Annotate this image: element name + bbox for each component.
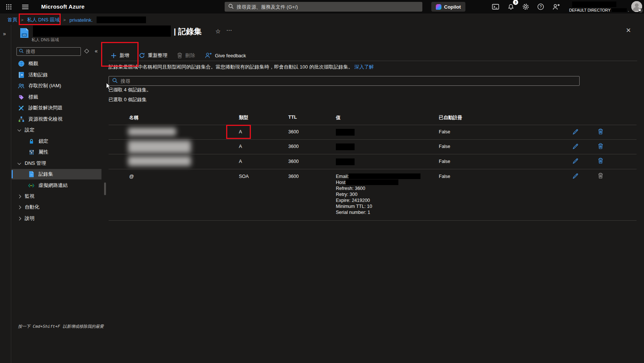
sidebar-item-activity-log[interactable]: 活動記錄	[12, 70, 101, 80]
help-icon[interactable]: ?	[535, 1, 546, 12]
command-bar: 新增 重新整理 刪除 Give feedback	[111, 50, 246, 61]
breadcrumb-home[interactable]: 首頁	[7, 16, 17, 23]
sidebar-item-resource-visualizer[interactable]: 資源視覺化檢視	[12, 114, 101, 124]
account-info[interactable]: DEFAULT DIRECTORY .	[569, 1, 629, 12]
cloud-shell-icon[interactable]	[490, 1, 501, 12]
plus-icon	[111, 53, 116, 58]
recordsets-icon: </>	[28, 171, 34, 178]
sidebar-group-monitoring[interactable]: 監視	[12, 191, 101, 202]
sidebar-group-label: 說明	[25, 215, 34, 222]
breadcrumb-zone[interactable]: privatelink.	[70, 17, 93, 23]
toolbar-divider	[109, 61, 637, 61]
sidebar-item-diagnose[interactable]: 診斷並解決問題	[12, 103, 101, 113]
row-separator	[109, 125, 637, 125]
soa-expire-line: Expire: 2419200	[336, 198, 372, 204]
delete-record-icon[interactable]	[598, 158, 604, 164]
sidebar-group-settings[interactable]: 設定	[12, 125, 101, 135]
sidebar-item-locks[interactable]: 鎖定	[12, 136, 101, 146]
overview-icon	[18, 61, 24, 67]
sidebar-sort-icon[interactable]	[84, 49, 89, 54]
fetched-count-text: 已擷取 4 個記錄集。	[109, 87, 151, 93]
sidebar-item-label: 資源視覺化檢視	[28, 116, 63, 122]
edit-record-icon[interactable]	[572, 143, 579, 150]
column-header-auto-registered[interactable]: 已自動註冊	[439, 115, 462, 121]
redacted-name-blur	[128, 140, 191, 153]
feedback-icon[interactable]	[550, 1, 562, 12]
sidebar-item-recordsets[interactable]: </> 記錄集	[12, 169, 101, 179]
delete-record-icon[interactable]	[598, 143, 604, 149]
sidebar-group-label: 設定	[25, 127, 34, 133]
sidebar-item-overview[interactable]: 概觀	[12, 58, 101, 69]
cell-name: @	[129, 174, 134, 179]
blade-description: 記錄集是區域中名稱相同且類型相同的記錄集合。當您捲動現有的記錄集時，即會自動以 …	[109, 64, 374, 70]
search-icon	[19, 49, 24, 54]
close-icon[interactable]: ×	[626, 26, 631, 34]
more-options-icon[interactable]: …	[226, 25, 233, 32]
soa-minttl-line: Minimum TTL: 10	[336, 204, 372, 210]
expand-panel-icon[interactable]: »	[3, 31, 6, 37]
lock-icon	[28, 138, 34, 145]
sidebar-item-tags[interactable]: 標籤	[12, 92, 101, 102]
value-redaction	[336, 158, 355, 165]
sidebar-item-properties[interactable]: 屬性	[12, 147, 101, 157]
refresh-button[interactable]: 重新整理	[139, 52, 167, 59]
avatar-lock-icon	[638, 8, 643, 13]
column-header-name[interactable]: 名稱	[129, 115, 139, 121]
feedback-button-label: Give feedback	[215, 53, 246, 58]
avatar[interactable]	[631, 1, 642, 12]
collapse-menu-icon[interactable]: «	[95, 48, 98, 54]
delete-button[interactable]: 刪除	[177, 52, 195, 59]
edit-record-icon[interactable]	[572, 129, 579, 135]
delete-record-icon[interactable]	[598, 128, 604, 135]
edit-record-icon[interactable]	[572, 173, 579, 179]
sidebar-search-input[interactable]	[26, 49, 78, 54]
breadcrumb-redaction	[97, 16, 146, 23]
give-feedback-button[interactable]: Give feedback	[205, 52, 246, 58]
breadcrumb-separator: >	[21, 18, 23, 22]
soa-serial-line: Serial number: 1	[336, 210, 372, 216]
feedback-person-icon	[205, 52, 212, 58]
favorite-star-icon[interactable]: ☆	[215, 28, 221, 35]
learn-more-link[interactable]: 深入了解	[355, 64, 374, 70]
notifications-bell-icon[interactable]: 3	[505, 1, 516, 12]
recordset-search-box[interactable]	[109, 76, 580, 86]
sidebar-item-access-control[interactable]: 存取控制 (IAM)	[12, 81, 101, 91]
add-record-button[interactable]: 新增	[111, 52, 129, 59]
sidebar-item-label: 活動記錄	[28, 72, 48, 78]
settings-gear-icon[interactable]	[520, 1, 531, 12]
sidebar-group-dns-management[interactable]: DNS 管理	[12, 158, 101, 169]
row-separator	[109, 139, 637, 140]
sidebar-group-automation[interactable]: 自動化	[12, 202, 101, 212]
sidebar-item-label: 標籤	[28, 94, 38, 100]
tags-icon	[18, 94, 24, 100]
copilot-icon	[436, 4, 441, 10]
directory-redaction	[612, 8, 627, 12]
page-title: | 記錄集	[174, 26, 202, 37]
global-search-bar[interactable]	[225, 2, 422, 12]
column-header-type[interactable]: 類型	[239, 115, 248, 121]
chevron-right-icon	[18, 217, 21, 220]
recordset-search-input[interactable]	[121, 78, 576, 84]
soa-retry-line: Retry: 300	[336, 192, 372, 198]
refresh-button-label: 重新整理	[148, 52, 167, 59]
global-search-input[interactable]	[237, 4, 419, 10]
copilot-button[interactable]: Copilot	[431, 2, 465, 12]
breadcrumb-private-dns-zones[interactable]: 私人 DNS 區域	[27, 16, 60, 23]
app-launcher-icon[interactable]	[3, 1, 14, 12]
sidebar-scrollbar-thumb[interactable]	[104, 182, 106, 195]
properties-icon	[28, 149, 34, 155]
cell-auto-registered: False	[439, 129, 450, 134]
sidebar-group-help[interactable]: 說明	[12, 213, 101, 224]
azure-portal-page: { "colors": { "accent": "#479ef5", "anno…	[0, 0, 644, 363]
column-header-ttl[interactable]: TTL	[288, 115, 297, 120]
sidebar-item-label: 鎖定	[39, 138, 48, 145]
refresh-icon	[139, 52, 145, 58]
sidebar-item-vnet-links[interactable]: 虛擬網路連結	[12, 180, 101, 191]
edit-record-icon[interactable]	[572, 158, 579, 164]
sidebar-search-box[interactable]	[16, 47, 81, 56]
svg-text:?: ?	[540, 5, 542, 9]
column-header-value[interactable]: 值	[336, 115, 341, 121]
hamburger-menu-icon[interactable]	[19, 1, 31, 12]
sidebar-group-label: 自動化	[25, 204, 39, 211]
directory-label: DEFAULT DIRECTORY	[569, 8, 611, 12]
